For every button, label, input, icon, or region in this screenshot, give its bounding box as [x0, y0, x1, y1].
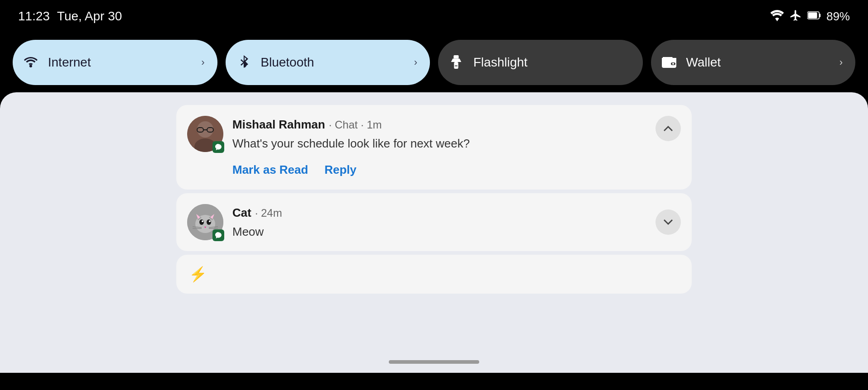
svg-point-27: [209, 220, 211, 222]
svg-rect-2: [808, 13, 817, 19]
lightning-icon: ⚡: [189, 266, 207, 283]
svg-rect-6: [455, 66, 458, 67]
quick-settings-row: Internet › Bluetooth › Flashlight: [0, 33, 868, 92]
mishaal-collapse-button[interactable]: [656, 116, 681, 141]
wallet-qs-icon: [661, 54, 677, 71]
svg-rect-1: [819, 14, 821, 17]
qs-internet-label: Internet: [48, 55, 192, 70]
cat-meta: · 24m: [255, 207, 282, 219]
status-date: Tue, Apr 30: [57, 9, 122, 24]
cat-expand-button[interactable]: [656, 209, 681, 235]
svg-rect-9: [662, 59, 676, 61]
airplane-icon: [789, 9, 802, 24]
qs-bluetooth-label: Bluetooth: [261, 55, 405, 70]
bluetooth-chevron-icon: ›: [414, 57, 417, 68]
qs-tile-internet[interactable]: Internet ›: [13, 40, 217, 85]
svg-point-3: [29, 65, 32, 67]
svg-point-24: [199, 219, 204, 225]
wifi-qs-icon: [23, 54, 39, 71]
mishaal-actions: Mark as Read Reply: [176, 152, 692, 190]
cat-sender: Cat: [232, 206, 251, 220]
svg-point-25: [207, 219, 211, 225]
status-icons: 89%: [770, 9, 850, 24]
cat-chat-badge: [212, 229, 224, 241]
flashlight-qs-icon: [448, 54, 464, 71]
qs-tile-flashlight[interactable]: Flashlight: [438, 40, 643, 85]
bluetooth-qs-icon: [236, 54, 252, 71]
charging-card: ⚡: [176, 255, 692, 294]
cat-header: Cat · 24m: [232, 206, 646, 220]
battery-percentage: 89%: [826, 10, 850, 24]
mark-as-read-button[interactable]: Mark as Read: [232, 159, 317, 181]
status-left: 11:23 Tue, Apr 30: [18, 9, 122, 24]
qs-wallet-label: Wallet: [686, 55, 830, 70]
notification-mishaal-main: Mishaal Rahman · Chat · 1m What's your s…: [176, 105, 692, 152]
mishaal-meta: · Chat · 1m: [329, 119, 382, 131]
notification-cat-main: Cat · 24m Meow: [176, 193, 692, 251]
mishaal-content: Mishaal Rahman · Chat · 1m What's your s…: [232, 116, 646, 152]
cat-message: Meow: [232, 224, 646, 240]
notification-mishaal: Mishaal Rahman · Chat · 1m What's your s…: [176, 105, 692, 190]
mishaal-header: Mishaal Rahman · Chat · 1m: [232, 118, 646, 132]
svg-rect-4: [453, 55, 458, 59]
qs-tile-wallet[interactable]: Wallet ›: [651, 40, 856, 85]
status-bar: 11:23 Tue, Apr 30: [0, 0, 868, 33]
status-time: 11:23: [18, 9, 50, 24]
cat-avatar-container: [187, 204, 223, 240]
home-indicator-area: [0, 355, 868, 373]
qs-flashlight-label: Flashlight: [473, 55, 630, 70]
home-indicator-bar[interactable]: [389, 360, 479, 364]
chat-badge: [212, 141, 224, 153]
cat-content: Cat · 24m Meow: [232, 204, 646, 240]
mishaal-sender: Mishaal Rahman: [232, 118, 325, 132]
wallet-chevron-icon: ›: [840, 57, 843, 68]
notification-cat: Cat · 24m Meow: [176, 193, 692, 251]
svg-point-26: [202, 220, 203, 222]
reply-button[interactable]: Reply: [325, 159, 366, 181]
qs-tile-bluetooth[interactable]: Bluetooth ›: [226, 40, 430, 85]
battery-icon: [807, 9, 821, 24]
mishaal-avatar-container: [187, 116, 223, 152]
notification-area: Mishaal Rahman · Chat · 1m What's your s…: [0, 92, 868, 355]
svg-point-11: [672, 63, 674, 65]
internet-chevron-icon: ›: [201, 57, 204, 68]
wifi-icon: [770, 10, 784, 23]
svg-rect-5: [454, 62, 458, 69]
mishaal-message: What's your schedule look like for next …: [232, 135, 646, 152]
status-right: 89%: [770, 9, 850, 24]
